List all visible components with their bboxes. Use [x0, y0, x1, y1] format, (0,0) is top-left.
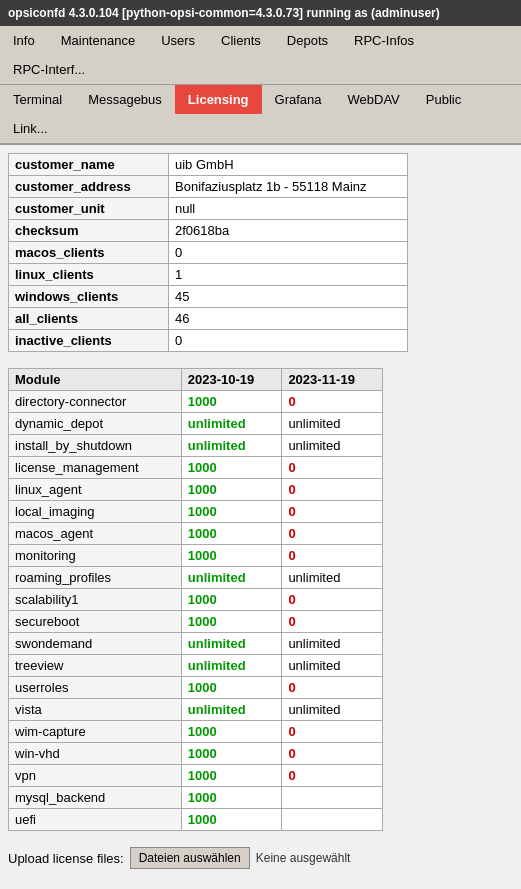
table-row: treeview unlimited unlimited — [9, 655, 383, 677]
table-row: win-vhd 1000 0 — [9, 743, 383, 765]
info-value: uib GmbH — [169, 154, 408, 176]
table-row: directory-connector 1000 0 — [9, 391, 383, 413]
info-value: Bonifaziusplatz 1b - 55118 Mainz — [169, 176, 408, 198]
table-row: customer_unitnull — [9, 198, 408, 220]
module-name: local_imaging — [9, 501, 182, 523]
nav-grafana[interactable]: Grafana — [262, 85, 335, 114]
nav-terminal[interactable]: Terminal — [0, 85, 75, 114]
module-col1: 1000 — [181, 457, 282, 479]
table-row: local_imaging 1000 0 — [9, 501, 383, 523]
module-col2: unlimited — [282, 567, 383, 589]
info-value: 45 — [169, 286, 408, 308]
title-bar: opsiconfd 4.3.0.104 [python-opsi-common=… — [0, 0, 521, 26]
table-row: mysql_backend 1000 — [9, 787, 383, 809]
module-col1: unlimited — [181, 567, 282, 589]
info-key: linux_clients — [9, 264, 169, 286]
nav-depots[interactable]: Depots — [274, 26, 341, 55]
module-name: treeview — [9, 655, 182, 677]
module-col1: 1000 — [181, 545, 282, 567]
module-name: roaming_profiles — [9, 567, 182, 589]
module-col2: 0 — [282, 479, 383, 501]
module-col2: 0 — [282, 721, 383, 743]
nav-licensing[interactable]: Licensing — [175, 85, 262, 114]
module-name: userroles — [9, 677, 182, 699]
module-name: monitoring — [9, 545, 182, 567]
module-col1: unlimited — [181, 655, 282, 677]
nav-users[interactable]: Users — [148, 26, 208, 55]
info-value: 0 — [169, 330, 408, 352]
module-col2: 0 — [282, 545, 383, 567]
module-col2: unlimited — [282, 633, 383, 655]
nav-link[interactable]: Link... — [0, 114, 61, 143]
info-key: macos_clients — [9, 242, 169, 264]
module-col1: 1000 — [181, 479, 282, 501]
info-value: 1 — [169, 264, 408, 286]
upload-label: Upload license files: — [8, 851, 124, 866]
nav-bar-1: Info Maintenance Users Clients Depots RP… — [0, 26, 521, 85]
no-file-selected-text: Keine ausgewählt — [256, 851, 351, 865]
table-row: scalability1 1000 0 — [9, 589, 383, 611]
table-row: swondemand unlimited unlimited — [9, 633, 383, 655]
module-name: install_by_shutdown — [9, 435, 182, 457]
module-col1: 1000 — [181, 501, 282, 523]
table-row: userroles 1000 0 — [9, 677, 383, 699]
module-col1: 1000 — [181, 391, 282, 413]
module-name: mysql_backend — [9, 787, 182, 809]
nav-messagebus[interactable]: Messagebus — [75, 85, 175, 114]
module-col1: unlimited — [181, 699, 282, 721]
module-col2: 0 — [282, 391, 383, 413]
info-table: customer_nameuib GmbHcustomer_addressBon… — [8, 153, 408, 352]
table-row: macos_clients0 — [9, 242, 408, 264]
nav-public[interactable]: Public — [413, 85, 474, 114]
table-row: wim-capture 1000 0 — [9, 721, 383, 743]
module-col1: 1000 — [181, 589, 282, 611]
nav-maintenance[interactable]: Maintenance — [48, 26, 148, 55]
module-col1: 1000 — [181, 787, 282, 809]
info-value: null — [169, 198, 408, 220]
choose-files-button[interactable]: Dateien auswählen — [130, 847, 250, 869]
table-row: roaming_profiles unlimited unlimited — [9, 567, 383, 589]
module-name: directory-connector — [9, 391, 182, 413]
module-col2 — [282, 809, 383, 831]
module-col2: unlimited — [282, 435, 383, 457]
module-name: license_management — [9, 457, 182, 479]
module-col2: 0 — [282, 677, 383, 699]
info-key: customer_unit — [9, 198, 169, 220]
module-name: macos_agent — [9, 523, 182, 545]
module-col2: 0 — [282, 457, 383, 479]
module-col1: 1000 — [181, 611, 282, 633]
table-row: license_management 1000 0 — [9, 457, 383, 479]
nav-rpc-interf[interactable]: RPC-Interf... — [0, 55, 98, 84]
table-row: uefi 1000 — [9, 809, 383, 831]
upload-section: Upload license files: Dateien auswählen … — [8, 847, 513, 869]
module-col2: 0 — [282, 765, 383, 787]
info-key: all_clients — [9, 308, 169, 330]
module-col1: 1000 — [181, 743, 282, 765]
info-key: customer_address — [9, 176, 169, 198]
module-col1: 1000 — [181, 809, 282, 831]
module-name: scalability1 — [9, 589, 182, 611]
nav-rpc-infos[interactable]: RPC-Infos — [341, 26, 427, 55]
module-col1: unlimited — [181, 435, 282, 457]
content-area: customer_nameuib GmbHcustomer_addressBon… — [0, 145, 521, 877]
module-name: wim-capture — [9, 721, 182, 743]
module-col1: 1000 — [181, 721, 282, 743]
module-name: secureboot — [9, 611, 182, 633]
module-name: vpn — [9, 765, 182, 787]
info-key: inactive_clients — [9, 330, 169, 352]
table-row: secureboot 1000 0 — [9, 611, 383, 633]
table-row: inactive_clients0 — [9, 330, 408, 352]
module-name: dynamic_depot — [9, 413, 182, 435]
info-key: customer_name — [9, 154, 169, 176]
module-table: Module 2023-10-19 2023-11-19 directory-c… — [8, 368, 383, 831]
module-col1: 1000 — [181, 765, 282, 787]
module-col2: 0 — [282, 523, 383, 545]
table-row: macos_agent 1000 0 — [9, 523, 383, 545]
nav-info[interactable]: Info — [0, 26, 48, 55]
title-text: opsiconfd 4.3.0.104 [python-opsi-common=… — [8, 6, 440, 20]
nav-clients[interactable]: Clients — [208, 26, 274, 55]
table-row: linux_clients1 — [9, 264, 408, 286]
table-row: customer_addressBonifaziusplatz 1b - 551… — [9, 176, 408, 198]
table-row: checksum2f0618ba — [9, 220, 408, 242]
nav-webdav[interactable]: WebDAV — [335, 85, 413, 114]
